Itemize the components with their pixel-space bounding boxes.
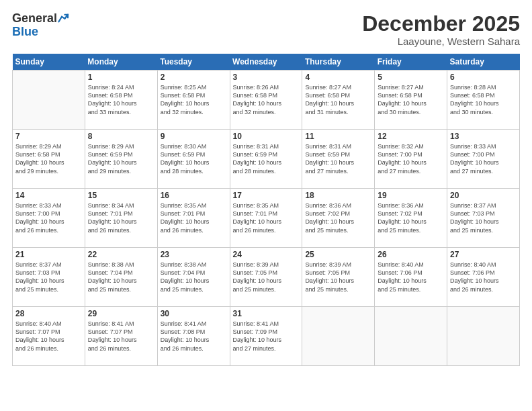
day-number: 3: [233, 73, 300, 82]
day-number: 31: [233, 309, 300, 318]
title-block: December 2025 Laayoune, Western Sahara: [362, 12, 520, 47]
day-cell: 26Sunrise: 8:40 AM Sunset: 7:06 PM Dayli…: [375, 248, 447, 307]
day-cell: 18Sunrise: 8:36 AM Sunset: 7:02 PM Dayli…: [302, 189, 375, 248]
week-row-5: 28Sunrise: 8:40 AM Sunset: 7:07 PM Dayli…: [13, 307, 520, 366]
day-cell: 7Sunrise: 8:29 AM Sunset: 6:58 PM Daylig…: [13, 130, 85, 189]
day-number: 1: [88, 73, 154, 82]
day-number: 23: [161, 250, 227, 259]
day-info: Sunrise: 8:33 AM Sunset: 7:00 PM Dayligh…: [15, 201, 82, 234]
day-info: Sunrise: 8:37 AM Sunset: 7:03 PM Dayligh…: [15, 261, 82, 293]
day-cell: 11Sunrise: 8:31 AM Sunset: 6:59 PM Dayli…: [302, 130, 375, 189]
day-cell: 13Sunrise: 8:33 AM Sunset: 7:00 PM Dayli…: [447, 130, 520, 189]
day-cell: 8Sunrise: 8:29 AM Sunset: 6:59 PM Daylig…: [85, 130, 157, 189]
day-number: 13: [450, 132, 517, 141]
day-number: 2: [161, 73, 227, 82]
weekday-header-monday: Monday: [85, 54, 157, 71]
day-info: Sunrise: 8:31 AM Sunset: 6:59 PM Dayligh…: [233, 142, 300, 175]
day-info: Sunrise: 8:32 AM Sunset: 7:00 PM Dayligh…: [378, 142, 444, 175]
day-number: 28: [15, 309, 82, 318]
day-number: 7: [15, 132, 82, 141]
day-number: 5: [378, 73, 444, 82]
day-cell: [375, 307, 447, 366]
day-number: 11: [305, 132, 371, 141]
day-cell: 6Sunrise: 8:28 AM Sunset: 6:58 PM Daylig…: [447, 71, 520, 130]
day-number: 24: [233, 250, 300, 259]
day-cell: 20Sunrise: 8:37 AM Sunset: 7:03 PM Dayli…: [447, 189, 520, 248]
day-cell: 19Sunrise: 8:36 AM Sunset: 7:02 PM Dayli…: [375, 189, 447, 248]
day-cell: 1Sunrise: 8:24 AM Sunset: 6:58 PM Daylig…: [85, 71, 157, 130]
week-row-2: 7Sunrise: 8:29 AM Sunset: 6:58 PM Daylig…: [13, 130, 520, 189]
day-cell: 17Sunrise: 8:35 AM Sunset: 7:01 PM Dayli…: [230, 189, 302, 248]
day-number: 19: [378, 191, 444, 200]
day-info: Sunrise: 8:27 AM Sunset: 6:58 PM Dayligh…: [378, 83, 444, 116]
day-number: 22: [88, 250, 154, 259]
day-number: 25: [305, 250, 371, 259]
day-info: Sunrise: 8:41 AM Sunset: 7:09 PM Dayligh…: [233, 320, 300, 353]
day-cell: 3Sunrise: 8:26 AM Sunset: 6:58 PM Daylig…: [230, 71, 302, 130]
logo-icon: [58, 12, 70, 24]
day-number: 9: [161, 132, 227, 141]
day-info: Sunrise: 8:27 AM Sunset: 6:58 PM Dayligh…: [305, 83, 371, 116]
day-info: Sunrise: 8:38 AM Sunset: 7:04 PM Dayligh…: [88, 261, 154, 293]
day-info: Sunrise: 8:35 AM Sunset: 7:01 PM Dayligh…: [161, 201, 227, 234]
day-number: 4: [305, 73, 371, 82]
logo: General Blue: [12, 12, 70, 39]
day-cell: 12Sunrise: 8:32 AM Sunset: 7:00 PM Dayli…: [375, 130, 447, 189]
day-number: 12: [378, 132, 444, 141]
day-cell: 4Sunrise: 8:27 AM Sunset: 6:58 PM Daylig…: [302, 71, 375, 130]
day-cell: 21Sunrise: 8:37 AM Sunset: 7:03 PM Dayli…: [13, 248, 85, 307]
day-info: Sunrise: 8:41 AM Sunset: 7:08 PM Dayligh…: [161, 320, 227, 353]
day-info: Sunrise: 8:40 AM Sunset: 7:07 PM Dayligh…: [15, 320, 82, 353]
weekday-header-tuesday: Tuesday: [157, 54, 230, 71]
day-info: Sunrise: 8:29 AM Sunset: 6:58 PM Dayligh…: [15, 142, 82, 175]
day-info: Sunrise: 8:24 AM Sunset: 6:58 PM Dayligh…: [88, 83, 154, 116]
day-cell: 10Sunrise: 8:31 AM Sunset: 6:59 PM Dayli…: [230, 130, 302, 189]
day-cell: 23Sunrise: 8:38 AM Sunset: 7:04 PM Dayli…: [157, 248, 230, 307]
calendar-page: General Blue December 2025 Laayoune, Wes…: [0, 0, 532, 411]
day-cell: 2Sunrise: 8:25 AM Sunset: 6:58 PM Daylig…: [157, 71, 230, 130]
day-number: 20: [450, 191, 517, 200]
week-row-1: 1Sunrise: 8:24 AM Sunset: 6:58 PM Daylig…: [13, 71, 520, 130]
day-number: 29: [88, 309, 154, 318]
day-info: Sunrise: 8:31 AM Sunset: 6:59 PM Dayligh…: [305, 142, 371, 175]
day-cell: 14Sunrise: 8:33 AM Sunset: 7:00 PM Dayli…: [13, 189, 85, 248]
day-info: Sunrise: 8:30 AM Sunset: 6:59 PM Dayligh…: [161, 142, 227, 175]
day-cell: 16Sunrise: 8:35 AM Sunset: 7:01 PM Dayli…: [157, 189, 230, 248]
day-number: 14: [15, 191, 82, 200]
day-cell: 24Sunrise: 8:39 AM Sunset: 7:05 PM Dayli…: [230, 248, 302, 307]
day-number: 17: [233, 191, 300, 200]
day-info: Sunrise: 8:29 AM Sunset: 6:59 PM Dayligh…: [88, 142, 154, 175]
logo-text-blue: Blue: [12, 26, 38, 39]
day-number: 27: [450, 250, 517, 259]
day-cell: 27Sunrise: 8:40 AM Sunset: 7:06 PM Dayli…: [447, 248, 520, 307]
day-info: Sunrise: 8:26 AM Sunset: 6:58 PM Dayligh…: [233, 83, 300, 116]
day-cell: 25Sunrise: 8:39 AM Sunset: 7:05 PM Dayli…: [302, 248, 375, 307]
day-info: Sunrise: 8:37 AM Sunset: 7:03 PM Dayligh…: [450, 201, 517, 234]
day-number: 21: [15, 250, 82, 259]
day-number: 8: [88, 132, 154, 141]
day-cell: 31Sunrise: 8:41 AM Sunset: 7:09 PM Dayli…: [230, 307, 302, 366]
day-cell: 22Sunrise: 8:38 AM Sunset: 7:04 PM Dayli…: [85, 248, 157, 307]
weekday-header-row: SundayMondayTuesdayWednesdayThursdayFrid…: [13, 54, 520, 71]
day-number: 6: [450, 73, 517, 82]
day-cell: 30Sunrise: 8:41 AM Sunset: 7:08 PM Dayli…: [157, 307, 230, 366]
day-info: Sunrise: 8:39 AM Sunset: 7:05 PM Dayligh…: [233, 261, 300, 293]
weekday-header-sunday: Sunday: [13, 54, 85, 71]
day-info: Sunrise: 8:28 AM Sunset: 6:58 PM Dayligh…: [450, 83, 517, 116]
weekday-header-friday: Friday: [375, 54, 447, 71]
day-info: Sunrise: 8:36 AM Sunset: 7:02 PM Dayligh…: [305, 201, 371, 234]
day-cell: 5Sunrise: 8:27 AM Sunset: 6:58 PM Daylig…: [375, 71, 447, 130]
day-number: 10: [233, 132, 300, 141]
logo-text-general: General: [12, 12, 57, 26]
day-number: 16: [161, 191, 227, 200]
day-number: 30: [161, 309, 227, 318]
day-info: Sunrise: 8:40 AM Sunset: 7:06 PM Dayligh…: [450, 261, 517, 293]
day-cell: 9Sunrise: 8:30 AM Sunset: 6:59 PM Daylig…: [157, 130, 230, 189]
week-row-4: 21Sunrise: 8:37 AM Sunset: 7:03 PM Dayli…: [13, 248, 520, 307]
day-cell: 29Sunrise: 8:41 AM Sunset: 7:07 PM Dayli…: [85, 307, 157, 366]
day-info: Sunrise: 8:41 AM Sunset: 7:07 PM Dayligh…: [88, 320, 154, 353]
day-info: Sunrise: 8:33 AM Sunset: 7:00 PM Dayligh…: [450, 142, 517, 175]
day-info: Sunrise: 8:40 AM Sunset: 7:06 PM Dayligh…: [378, 261, 444, 293]
day-info: Sunrise: 8:38 AM Sunset: 7:04 PM Dayligh…: [161, 261, 227, 293]
day-info: Sunrise: 8:25 AM Sunset: 6:58 PM Dayligh…: [161, 83, 227, 116]
